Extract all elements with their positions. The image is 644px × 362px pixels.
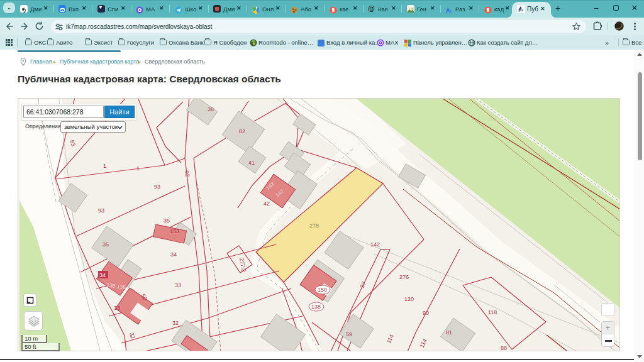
svg-text:276: 276 — [399, 274, 409, 280]
svg-text:59: 59 — [346, 331, 352, 337]
svg-text:34: 34 — [99, 272, 106, 278]
svg-text:82: 82 — [239, 128, 245, 134]
svg-text:150: 150 — [318, 287, 327, 293]
svg-text:34: 34 — [170, 251, 177, 258]
svg-text:41: 41 — [248, 160, 255, 166]
svg-text:35: 35 — [103, 241, 109, 248]
svg-text:81: 81 — [446, 329, 452, 336]
svg-text:118: 118 — [488, 309, 497, 315]
svg-text:42: 42 — [264, 200, 270, 207]
svg-text:278: 278 — [309, 222, 319, 229]
svg-text:33: 33 — [175, 282, 181, 288]
svg-text:1: 1 — [136, 165, 140, 172]
svg-text:88: 88 — [501, 345, 507, 351]
svg-text:1: 1 — [103, 163, 106, 169]
svg-text:32: 32 — [172, 320, 179, 326]
svg-text:93: 93 — [98, 207, 104, 214]
svg-text:33: 33 — [114, 305, 120, 311]
svg-text:153: 153 — [170, 228, 179, 234]
svg-text:90: 90 — [423, 310, 429, 316]
svg-text:93: 93 — [154, 184, 160, 190]
svg-text:35: 35 — [164, 217, 170, 224]
svg-text:120: 120 — [404, 296, 414, 302]
svg-text:142: 142 — [370, 241, 380, 248]
svg-text:138: 138 — [311, 304, 321, 310]
svg-text:92: 92 — [184, 170, 191, 178]
svg-text:38: 38 — [208, 106, 214, 112]
